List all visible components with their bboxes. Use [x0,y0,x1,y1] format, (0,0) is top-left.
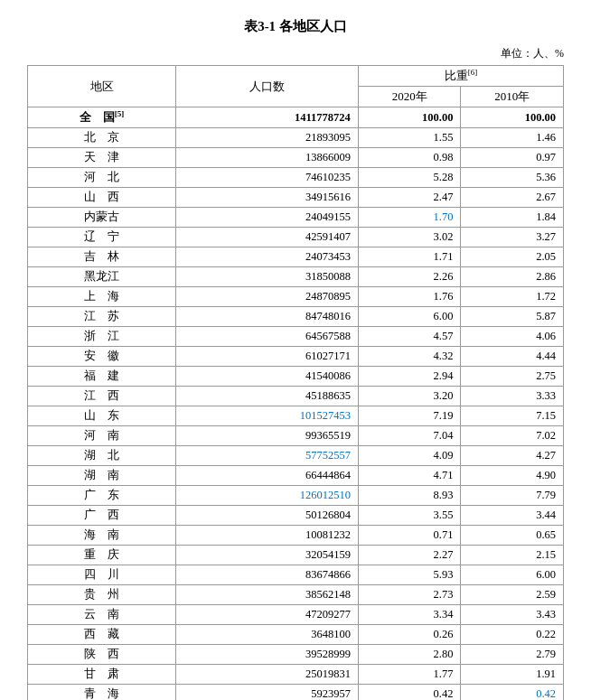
table-row: 全 国[5]1411778724100.00100.00 [28,107,564,128]
cell-region: 西 藏 [28,625,176,645]
cell-population: 126012510 [176,486,359,506]
table-row: 山 东1015274537.197.15 [28,406,564,426]
cell-region: 山 东 [28,406,176,426]
cell-ratio-2020: 7.04 [358,426,461,446]
cell-region: 湖 南 [28,466,176,486]
cell-ratio-2010: 2.05 [461,247,564,267]
cell-ratio-2010: 3.33 [461,387,564,406]
cell-ratio-2010: 2.79 [461,645,564,665]
cell-ratio-2010: 7.79 [461,486,564,506]
cell-population: 3648100 [176,625,359,645]
table-row: 广 东1260125108.937.79 [28,486,564,506]
table-row: 陕 西395289992.802.79 [28,645,564,665]
cell-ratio-2010: 7.15 [461,406,564,426]
cell-population: 25019831 [176,665,359,685]
cell-region: 辽 宁 [28,228,176,247]
cell-ratio-2020: 2.26 [358,267,461,287]
table-row: 上 海248708951.761.72 [28,287,564,307]
cell-region: 江 苏 [28,307,176,327]
cell-population: 21893095 [176,128,359,148]
col-header-ratio: 比重[6] [358,66,563,87]
table-row: 湖 北577525574.094.27 [28,446,564,466]
cell-region: 安 徽 [28,347,176,367]
cell-ratio-2010: 4.44 [461,347,564,367]
cell-ratio-2020: 7.19 [358,406,461,426]
cell-ratio-2010: 2.86 [461,267,564,287]
cell-region: 黑龙江 [28,267,176,287]
cell-ratio-2020: 2.80 [358,645,461,665]
cell-region: 全 国[5] [28,107,176,128]
cell-ratio-2010: 7.02 [461,426,564,446]
table-row: 河 北746102355.285.36 [28,168,564,188]
cell-region: 河 南 [28,426,176,446]
cell-population: 1411778724 [176,107,359,128]
cell-population: 47209277 [176,605,359,625]
cell-ratio-2010: 4.90 [461,466,564,486]
cell-ratio-2020: 0.42 [358,685,461,700]
cell-ratio-2010: 5.36 [461,168,564,188]
cell-ratio-2020: 8.93 [358,486,461,506]
cell-ratio-2010: 3.27 [461,228,564,247]
cell-population: 39528999 [176,645,359,665]
cell-region: 云 南 [28,605,176,625]
cell-ratio-2020: 1.70 [358,208,461,228]
table-row: 河 南993655197.047.02 [28,426,564,446]
cell-ratio-2010: 2.75 [461,367,564,387]
cell-ratio-2010: 1.84 [461,208,564,228]
cell-ratio-2020: 3.55 [358,506,461,526]
unit-label: 单位：人、% [27,46,564,61]
table-row: 广 西501268043.553.44 [28,506,564,526]
cell-population: 38562148 [176,585,359,605]
table-row: 江 苏847480166.005.87 [28,307,564,327]
cell-region: 福 建 [28,367,176,387]
cell-population: 41540086 [176,367,359,387]
cell-ratio-2020: 1.77 [358,665,461,685]
cell-population: 5923957 [176,685,359,700]
table-row: 山 西349156162.472.67 [28,188,564,208]
cell-ratio-2010: 2.67 [461,188,564,208]
cell-ratio-2020: 4.32 [358,347,461,367]
cell-population: 32054159 [176,546,359,565]
cell-ratio-2010: 4.27 [461,446,564,466]
cell-region: 海 南 [28,526,176,546]
table-row: 青 海59239570.420.42 [28,685,564,700]
cell-ratio-2020: 5.28 [358,168,461,188]
col-header-2010: 2010年 [461,87,564,107]
cell-region: 四 川 [28,565,176,585]
cell-population: 74610235 [176,168,359,188]
cell-ratio-2010: 0.42 [461,685,564,700]
cell-ratio-2020: 3.02 [358,228,461,247]
col-header-region: 地区 [28,66,176,107]
cell-ratio-2020: 4.09 [358,446,461,466]
cell-ratio-2010: 3.43 [461,605,564,625]
cell-ratio-2020: 0.71 [358,526,461,546]
cell-ratio-2010: 1.46 [461,128,564,148]
cell-ratio-2010: 1.72 [461,287,564,307]
col-header-2020: 2020年 [358,87,461,107]
cell-region: 上 海 [28,287,176,307]
cell-ratio-2020: 2.27 [358,546,461,565]
cell-population: 24073453 [176,247,359,267]
cell-ratio-2010: 0.97 [461,148,564,168]
cell-region: 青 海 [28,685,176,700]
cell-region: 浙 江 [28,327,176,347]
cell-ratio-2010: 0.22 [461,625,564,645]
table-row: 江 西451886353.203.33 [28,387,564,406]
cell-ratio-2020: 5.93 [358,565,461,585]
cell-ratio-2010: 6.00 [461,565,564,585]
cell-population: 42591407 [176,228,359,247]
cell-population: 99365519 [176,426,359,446]
cell-region: 重 庆 [28,546,176,565]
cell-ratio-2010: 3.44 [461,506,564,526]
cell-population: 66444864 [176,466,359,486]
cell-population: 24870895 [176,287,359,307]
cell-ratio-2020: 2.73 [358,585,461,605]
cell-ratio-2010: 5.87 [461,307,564,327]
table-row: 浙 江645675884.574.06 [28,327,564,347]
cell-population: 13866009 [176,148,359,168]
cell-population: 83674866 [176,565,359,585]
cell-ratio-2020: 4.57 [358,327,461,347]
cell-region: 河 北 [28,168,176,188]
table-row: 甘 肃250198311.771.91 [28,665,564,685]
cell-region: 吉 林 [28,247,176,267]
